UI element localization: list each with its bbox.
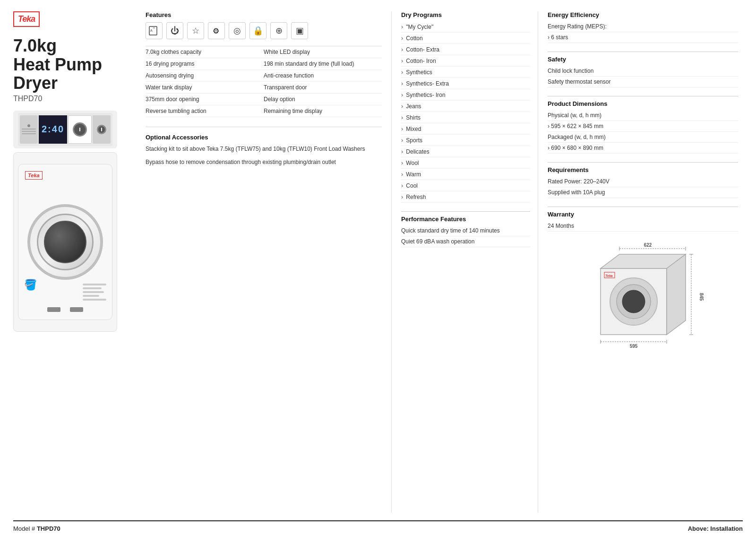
- feature-item-5: 375mm door opening: [146, 94, 264, 105]
- door-glass: [44, 221, 86, 263]
- optional-accessories-section: Optional Accessories Stacking kit to sit…: [146, 127, 382, 166]
- product-type-line2: Dryer: [13, 74, 127, 93]
- product-image-area: 2:40 Teka: [13, 111, 127, 513]
- model-info: Model # THPD70: [13, 525, 60, 532]
- temp-line-4: [83, 295, 99, 297]
- brand-logo: Teka: [13, 11, 127, 27]
- dry-programs-column: Dry Programs "My Cycle" Cotton Cotton- E…: [391, 11, 538, 513]
- product-size: 7.0kg: [13, 36, 127, 55]
- program-cool: Cool: [401, 180, 530, 191]
- feature-item-4: Water tank display: [146, 82, 264, 94]
- panel-right-segment: [93, 115, 111, 144]
- panel-line: [22, 129, 36, 129]
- warranty-value: 24 Months: [548, 221, 738, 232]
- program-jeans: Jeans: [401, 101, 530, 112]
- power-icon: ⏻: [166, 22, 183, 39]
- program-my-cycle: "My Cycle": [401, 21, 530, 33]
- display-segment: 2:40: [39, 115, 67, 144]
- dryer-body: Teka 🪣: [18, 164, 112, 320]
- plug-label: Supplied with 10A plug: [548, 187, 738, 198]
- panel-top: 2:40: [18, 113, 112, 146]
- control-btn-1: [47, 307, 60, 312]
- temp-line-2: [83, 287, 102, 289]
- optional-accessories-title: Optional Accessories: [146, 134, 382, 141]
- square-check-icon: ▣: [291, 22, 308, 39]
- feature-item-right-3: Anti-crease function: [264, 70, 382, 82]
- energy-title: Energy Efficiency: [548, 11, 738, 18]
- features-icon-row: A ⏻ ☆ ⚙ ◎ 🔒 ⊕ ▣: [146, 22, 382, 39]
- warranty-title: Warranty: [548, 211, 738, 218]
- physical-label: Physical (w, d, h mm): [548, 110, 738, 121]
- panel-line3: [22, 133, 36, 134]
- safety-title: Safety: [548, 56, 738, 63]
- door-inner: [37, 214, 94, 270]
- svg-text:Teka: Teka: [605, 274, 613, 277]
- svg-text:595: 595: [629, 344, 637, 349]
- dryer-main-image: Teka 🪣: [13, 152, 117, 332]
- program-cotton-iron: Cotton- Iron: [401, 55, 530, 67]
- right-knob: [97, 125, 106, 134]
- model-value: THPD70: [37, 525, 60, 532]
- circle-target-icon: ◎: [229, 22, 246, 39]
- program-refresh: Refresh: [401, 191, 530, 203]
- features-section: Features A ⏻ ☆ ⚙ ◎ 🔒 ⊕ ▣: [146, 11, 382, 117]
- svg-marker-5: [667, 254, 686, 335]
- feature-item-right-1: White LED display: [264, 46, 382, 58]
- panel-dot: [27, 124, 30, 127]
- program-synthetics-extra: Synthetics- Extra: [401, 78, 530, 89]
- dry-programs-title: Dry Programs: [401, 11, 530, 18]
- bottom-bar: Model # THPD70 Above: Installation: [13, 520, 743, 535]
- program-mixed: Mixed: [401, 123, 530, 135]
- svg-text:A: A: [150, 29, 153, 32]
- performance-section: Performance Features Quick standard dry …: [401, 211, 530, 247]
- perf-item-2: Quiet 69 dBA wash operation: [401, 236, 530, 247]
- features-grid: 7.0kg clothes capacity White LED display…: [146, 46, 382, 117]
- optional-item-2: Bypass hose to remove condensation throu…: [146, 158, 382, 166]
- dryer-bottom-controls: [47, 307, 83, 312]
- svg-point-8: [622, 290, 645, 313]
- right-area: Dry Programs "My Cycle" Cotton Cotton- E…: [391, 11, 743, 513]
- control-btn-2: [70, 307, 83, 312]
- dimension-diagram: Teka 622 845: [548, 240, 738, 372]
- control-knob: [73, 122, 87, 137]
- logo-box: Teka: [13, 11, 40, 27]
- product-model-code: THPD70: [13, 95, 127, 103]
- features-title: Features: [146, 11, 382, 18]
- dimensions-section: Product Dimensions Physical (w, d, h mm)…: [548, 96, 738, 154]
- lock-icon: 🔒: [249, 22, 266, 39]
- program-sports: Sports: [401, 135, 530, 146]
- requirements-title: Requirements: [548, 166, 738, 173]
- safety-item-1: Child lock function: [548, 66, 738, 77]
- panel-left-segment: [20, 115, 38, 144]
- settings-icon: ⚙: [208, 22, 225, 39]
- feature-item-right-6: Remaining time display: [264, 105, 382, 117]
- main-layout: Teka 7.0kg Heat Pump Dryer THPD70: [13, 11, 743, 513]
- program-shirts: Shirts: [401, 112, 530, 123]
- safety-item-2: Safety thermostat sensor: [548, 77, 738, 87]
- program-cotton: Cotton: [401, 33, 530, 44]
- feature-item-2: 16 drying programs: [146, 58, 264, 70]
- specs-column: Energy Efficiency Energy Rating (MEPS): …: [538, 11, 743, 513]
- program-synthetics-iron: Synthetics- Iron: [401, 89, 530, 101]
- feature-item-right-5: Delay option: [264, 94, 382, 105]
- temp-line-5: [83, 299, 106, 301]
- optional-item-1: Stacking kit to sit above Teka 7.5kg (TF…: [146, 145, 382, 153]
- product-type-line1: Heat Pump: [13, 55, 127, 74]
- performance-title: Performance Features: [401, 216, 530, 223]
- feature-item-3: Autosensing drying: [146, 70, 264, 82]
- requirements-section: Requirements Rated Power: 220–240V Suppl…: [548, 162, 738, 198]
- product-title: 7.0kg Heat Pump Dryer THPD70: [13, 36, 127, 103]
- above-info: Above: Installation: [688, 525, 743, 532]
- perf-item-1: Quick standard dry time of 140 minutes: [401, 225, 530, 236]
- dry-programs-section: Dry Programs "My Cycle" Cotton Cotton- E…: [401, 11, 530, 203]
- knob-segment: [68, 115, 92, 144]
- temp-line-3: [83, 291, 104, 293]
- dryer-door: [27, 204, 103, 280]
- energy-section: Energy Efficiency Energy Rating (MEPS): …: [548, 11, 738, 43]
- left-column: Teka 7.0kg Heat Pump Dryer THPD70: [13, 11, 136, 513]
- page: Teka 7.0kg Heat Pump Dryer THPD70: [0, 0, 756, 535]
- star-icon: ☆: [187, 22, 204, 39]
- logo-text: Teka: [18, 14, 35, 24]
- dimensions-title: Product Dimensions: [548, 100, 738, 107]
- water-tank-icon: 🪣: [24, 279, 37, 291]
